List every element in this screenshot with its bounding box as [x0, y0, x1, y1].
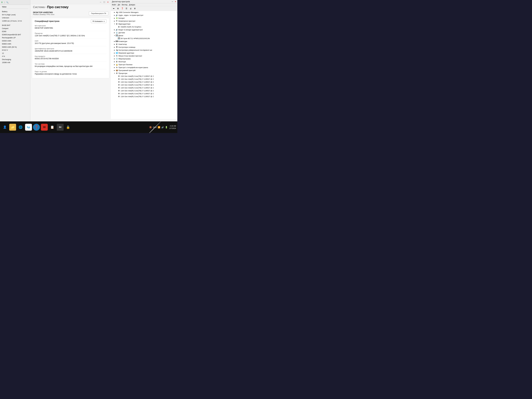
value-power: 15096 mW	[2, 61, 28, 64]
tree-item-disks[interactable]: ▼ 💾 Диски	[111, 34, 177, 37]
tree-item-cpu-3[interactable]: ▶ ⚙ 11th Gen Intel(R) Core(TM) i7-1195G7…	[111, 83, 177, 86]
tray-wifi-icon[interactable]: 📶	[158, 126, 160, 128]
tree-item-audio[interactable]: ▶ 🔊 Аудіо-, відео- та ігрові пристрої	[111, 14, 177, 17]
taskbar-icon-hp[interactable]: hp	[25, 124, 32, 131]
spec-title: Специфікації пристрою	[35, 20, 59, 22]
taskbar-right: 🔕 ENG 📶 🔊 🔋 4:18 AM 2/7/2024	[149, 125, 176, 130]
taskbar: 👤 📁 🌐 hp ❓ ✉ 📋 64 🔒 🔕 ENG 📶 🔊 🔋 4:18 AM …	[0, 121, 177, 133]
spec-value-touch: Підтримка сенсорного вводу за допомогою …	[35, 73, 107, 75]
breadcrumb: Система › Про систему	[30, 4, 111, 10]
tree-label: Комп'ютер	[119, 43, 127, 45]
value-voltage: 8.513 V	[2, 49, 28, 51]
tray-mute-icon[interactable]: 🔕	[149, 126, 152, 128]
taskbar-icon-64[interactable]: 64	[57, 124, 63, 131]
tree-item-cpu-5[interactable]: ▶ ⚙ 11th Gen Intel(R) Core(TM) i7-1195G7…	[111, 89, 177, 92]
tree-item-keyboards[interactable]: ▶ ⌨ Клавіатури	[111, 40, 177, 43]
spec-value-device-id: 15D52F6F-2E2A-4AAB-82F0-F11C18A59239	[35, 50, 107, 52]
tree-item-usb-ctrl[interactable]: ▶ 🔌 Контролери універсальної послідовної…	[111, 49, 177, 51]
tree-item-usb-connector[interactable]: ▶ 🔌 USB Connector Managers	[111, 11, 177, 14]
menu-file[interactable]: Файл	[112, 4, 116, 6]
tree-label: Біометричні пристрої	[119, 20, 135, 22]
toolbar-monitor-button[interactable]: 🖥	[133, 7, 137, 10]
maximize-button[interactable]: ☐	[102, 0, 106, 4]
spec-value-device-name: DESKTOP-ANR57MG	[35, 27, 107, 29]
toolbar-help-button[interactable]: ❓	[120, 7, 124, 10]
value-model: ED80	[2, 30, 28, 33]
spec-value-system-type: 64-розрядна операційна система, процесор…	[35, 65, 107, 67]
tree-item-security[interactable]: ▶ 🔒 Пристрої безпеки	[111, 63, 177, 66]
taskbar-icon-mail[interactable]: ✉	[41, 124, 48, 131]
device-tree: ▶ 🔌 USB Connector Managers ▶ 🔊 Аудіо-, в…	[111, 11, 177, 119]
tree-item-firmware[interactable]: ▶ 💿 Мікропрограма:	[111, 57, 177, 60]
taskbar-icon-browser[interactable]: 🌐	[17, 124, 24, 131]
tree-item-intel-xe[interactable]: ▶ 🖥 Intel(R) Iris(R) Xe Graphics	[111, 25, 177, 28]
tree-item-network[interactable]: ▶ 🌐 Мережеві адаптери	[111, 51, 177, 54]
tree-label: Монітори	[119, 61, 126, 63]
toolbar-prop-button[interactable]: ☰	[125, 7, 128, 10]
menu-action[interactable]: Дія	[118, 4, 120, 6]
tree-item-skhynix[interactable]: ▶ 💾 SK hynix BC711 HFM512GD3JX013N	[111, 37, 177, 40]
tray-battery-icon[interactable]: 🔋	[165, 126, 168, 128]
tree-item-cpu-0[interactable]: ▶ ⚙ 11th Gen Intel(R) Core(TM) i7-1195G7…	[111, 75, 177, 78]
close-dm-button[interactable]: ✕	[175, 0, 176, 3]
spec-row-product-code: Код продукту 00342-20724-61708-AAOEM	[35, 55, 107, 60]
copy-button[interactable]: ⧉ Копіювати ∧	[91, 19, 107, 23]
tree-item-sensors[interactable]: ▶ 📡 Датчики	[111, 31, 177, 34]
video-icon: 🖥	[116, 23, 118, 25]
tray-volume-icon[interactable]: 🔊	[161, 126, 164, 128]
close-button[interactable]: ✕	[106, 0, 110, 4]
spec-label-system-type: Тип системи	[35, 63, 107, 65]
tree-item-cpu-6[interactable]: ▶ ⚙ 11th Gen Intel(R) Core(TM) i7-1195G7…	[111, 92, 177, 95]
tree-item-cpu-2[interactable]: ▶ ⚙ 11th Gen Intel(R) Core(TM) i7-1195G7…	[111, 81, 177, 83]
tree-item-cpu-1[interactable]: ▶ ⚙ 11th Gen Intel(R) Core(TM) i7-1195G7…	[111, 78, 177, 81]
toolbar-grid-button[interactable]: ⊞	[116, 7, 120, 10]
breadcrumb-parent[interactable]: Система	[33, 5, 45, 9]
cpu-core-icon: ⚙	[118, 87, 120, 89]
value-battery: Battery	[2, 10, 28, 13]
taskbar-icon-folder[interactable]: 📁	[9, 124, 16, 131]
usb-icon: 🔌	[116, 11, 118, 13]
computer-info: DESKTOP-ANR57MG Pavilion Desktop TP01-3x…	[33, 11, 54, 15]
battery-icon: 🔋	[116, 17, 118, 19]
tree-item-video[interactable]: ▼ 🖥 Відеоадаптери	[111, 22, 177, 25]
computer-model: Pavilion Desktop TP01-3xxx	[33, 13, 54, 15]
tree-item-processors[interactable]: ▼ ⚙ Процесори	[111, 72, 177, 75]
toolbar-print-button[interactable]: 🖨	[129, 7, 133, 10]
minimize-dm-button[interactable]: ─	[172, 0, 173, 3]
tree-item-audio-io[interactable]: ▶ 🔊 Вхідні та вихідні аудіопристрої	[111, 28, 177, 31]
sensor-icon: 📡	[116, 32, 118, 34]
tree-item-computer[interactable]: ▶ 🖥 Комп'ютер	[111, 43, 177, 46]
tree-item-hid[interactable]: ▶ 🖱 Пристрої з інтерфейсом користувача	[111, 66, 177, 69]
tree-item-software-dev[interactable]: ▶ 📦 Програмний пристрій	[111, 69, 177, 72]
mouse-icon: 🖱	[116, 55, 118, 57]
tree-item-batteries[interactable]: ▶ 🔋 Батареї	[111, 17, 177, 19]
taskbar-icon-lock[interactable]: 🔒	[65, 124, 71, 131]
menu-help[interactable]: Довідка	[129, 4, 135, 6]
tree-item-cpu-4[interactable]: ▶ ⚙ 11th Gen Intel(R) Core(TM) i7-1195G7…	[111, 86, 177, 89]
gpu-icon: 🖥	[118, 25, 120, 28]
taskbar-icon-user[interactable]: 👤	[1, 124, 8, 131]
taskbar-icon-clipboard[interactable]: 📋	[49, 124, 56, 131]
taskbar-icon-help[interactable]: ❓	[33, 124, 40, 131]
toolbar-back-button[interactable]: ⬅	[112, 7, 116, 10]
taskbar-clock[interactable]: 4:18 AM 2/7/2024	[169, 125, 176, 130]
spec-row-name: Ім'я пристрою DESKTOP-ANR57MG	[35, 25, 107, 29]
tree-item-biometric[interactable]: ▶ 👁 Біометричні пристрої	[111, 19, 177, 22]
tree-item-storage[interactable]: ▶ 🗄 Контролери сховища	[111, 46, 177, 49]
value-serial: ED80CelxpertBASE-BAT	[2, 33, 28, 36]
tray-language-label[interactable]: ENG	[153, 126, 157, 128]
value-manufacturer: Celxpert	[2, 27, 28, 30]
spec-label-touch: Перо та дотики	[35, 71, 107, 73]
minimize-button[interactable]: ─	[99, 0, 102, 4]
expand-icon: ▶	[114, 14, 116, 16]
time-display: 4:18 AM	[170, 125, 176, 127]
processor-icon: ⚙	[116, 72, 118, 74]
spec-label-device-id: Ідентифікатор пристрою	[35, 48, 107, 50]
search-bar[interactable]: ⬇ ⋮ 🔍	[0, 0, 30, 5]
rename-pc-button[interactable]: Перейменувати ПК	[89, 12, 108, 15]
menu-view[interactable]: Вигляд	[122, 4, 127, 6]
tree-item-cpu-7[interactable]: ▶ ⚙ 11th Gen Intel(R) Core(TM) i7-1195G7…	[111, 95, 177, 98]
tree-item-mouse[interactable]: ▶ 🖱 Миша й інші вказівні пристрої	[111, 54, 177, 57]
tree-item-monitors[interactable]: ▶ 🖥 Монітори	[111, 60, 177, 63]
tree-label: Вхідні та вихідні аудіопристрої	[119, 29, 143, 31]
